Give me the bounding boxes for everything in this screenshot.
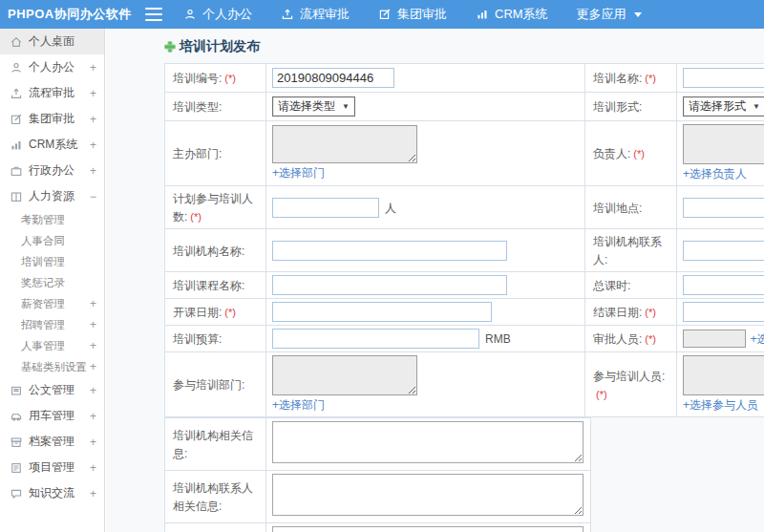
upload-icon bbox=[10, 87, 23, 100]
budget-input[interactable] bbox=[272, 329, 479, 349]
label-leader: 负责人: bbox=[593, 147, 630, 160]
sidebar-item-group-approval[interactable]: 集团审批 + bbox=[0, 106, 104, 132]
car-icon bbox=[10, 410, 23, 423]
label-org-contact: 培训机构联系人: bbox=[593, 235, 662, 266]
sidebar-subitem-attendance[interactable]: 考勤管理 bbox=[0, 209, 104, 230]
label-plan-count: 计划参与培训人数: bbox=[173, 192, 253, 223]
main-content: 培训计划发布 培训编号:(*) 培训名称:(*) 培训类型: 请选择类型▼ 培训… bbox=[106, 29, 764, 532]
requirement-textarea[interactable] bbox=[272, 526, 584, 532]
sidebar-item-knowledge[interactable]: 知识交流 + bbox=[0, 480, 104, 506]
sidebar-item-workflow-approval[interactable]: 流程审批 + bbox=[0, 80, 104, 106]
sidebar-item-document[interactable]: 公文管理 + bbox=[0, 377, 104, 403]
chart-icon bbox=[476, 8, 489, 21]
label-start-date: 开课日期: bbox=[173, 306, 222, 319]
sidebar-subitem-personnel[interactable]: 人事管理 + bbox=[0, 335, 104, 356]
sidebar-subitem-rewards[interactable]: 奖惩记录 bbox=[0, 272, 104, 293]
nav-crm[interactable]: CRM系统 bbox=[476, 6, 548, 23]
unit-currency: RMB bbox=[485, 332, 511, 346]
train-name-input[interactable] bbox=[683, 68, 764, 88]
choose-join-dept-link[interactable]: +选择部门 bbox=[272, 397, 325, 414]
course-name-input[interactable] bbox=[272, 275, 507, 295]
label-org-info: 培训机构相关信息: bbox=[173, 429, 253, 460]
sidebar-item-personal-desktop[interactable]: 个人桌面 bbox=[0, 29, 104, 54]
chat-icon bbox=[10, 487, 23, 500]
sidebar-subitem-recruitment[interactable]: 招聘管理 + bbox=[0, 314, 104, 335]
end-date-input[interactable] bbox=[683, 302, 764, 322]
chart-icon bbox=[10, 138, 23, 152]
document-icon bbox=[10, 384, 23, 397]
train-no-input[interactable] bbox=[272, 68, 394, 88]
label-course-name: 培训课程名称: bbox=[173, 279, 244, 292]
org-info-textarea[interactable] bbox=[272, 421, 584, 463]
required-mark: (*) bbox=[633, 148, 645, 160]
label-train-name: 培训名称: bbox=[593, 72, 642, 85]
briefcase-icon bbox=[10, 164, 23, 178]
nav-group-approval[interactable]: 集团审批 bbox=[378, 6, 447, 23]
edit-icon bbox=[378, 8, 392, 21]
sidebar: 个人桌面 个人办公 + 流程审批 + 集团审批 + CRM系统 + 行政办公 +… bbox=[0, 29, 105, 532]
user-icon bbox=[183, 8, 197, 21]
org-contact-input[interactable] bbox=[683, 241, 764, 261]
nav-personal-office[interactable]: 个人办公 bbox=[183, 6, 252, 23]
join-depts-textarea[interactable] bbox=[272, 355, 417, 395]
choose-join-people-link[interactable]: +选择参与人员 bbox=[683, 397, 758, 414]
top-navigation: 个人办公 流程审批 集团审批 CRM系统 更多应用 bbox=[183, 6, 642, 23]
join-people-textarea[interactable] bbox=[683, 355, 764, 395]
sidebar-subitem-hr-contract[interactable]: 人事合同 bbox=[0, 230, 104, 251]
required-mark: (*) bbox=[645, 307, 656, 318]
label-org-contact-info: 培训机构联系人相关信息: bbox=[173, 481, 253, 513]
label-budget: 培训预算: bbox=[173, 332, 222, 346]
required-mark: (*) bbox=[190, 211, 202, 223]
label-join-people: 参与培训人员: bbox=[593, 370, 665, 383]
training-plan-form: 培训编号:(*) 培训名称:(*) 培训类型: 请选择类型▼ 培训形式: 请选择… bbox=[164, 63, 764, 532]
edit-icon bbox=[10, 113, 23, 126]
org-contact-info-textarea[interactable] bbox=[272, 474, 584, 516]
start-date-input[interactable] bbox=[272, 302, 492, 322]
required-mark: (*) bbox=[224, 307, 236, 318]
sidebar-item-hr[interactable]: 人力资源 − bbox=[0, 183, 104, 209]
menu-icon[interactable] bbox=[145, 8, 162, 21]
plan-count-input[interactable] bbox=[272, 198, 379, 218]
nav-workflow-approval[interactable]: 流程审批 bbox=[281, 6, 350, 23]
user-icon bbox=[10, 61, 23, 74]
sidebar-item-project[interactable]: 项目管理 + bbox=[0, 455, 104, 480]
label-location: 培训地点: bbox=[593, 202, 642, 215]
sidebar-item-archive[interactable]: 档案管理 + bbox=[0, 429, 104, 455]
label-end-date: 结课日期: bbox=[593, 306, 642, 319]
sidebar-item-personal-office[interactable]: 个人办公 + bbox=[0, 54, 104, 80]
sidebar-subitem-training[interactable]: 培训管理 bbox=[0, 251, 104, 272]
approver-input[interactable] bbox=[683, 330, 746, 348]
sidebar-item-crm[interactable]: CRM系统 + bbox=[0, 132, 104, 158]
sidebar-subitem-salary[interactable]: 薪资管理 + bbox=[0, 293, 104, 314]
train-form-select[interactable]: 请选择形式▼ bbox=[683, 96, 764, 117]
sidebar-item-vehicle[interactable]: 用车管理 + bbox=[0, 403, 104, 429]
archive-icon bbox=[10, 436, 23, 449]
choose-dept-link[interactable]: +选择部门 bbox=[272, 165, 325, 181]
label-train-form: 培训形式: bbox=[593, 100, 642, 114]
choose-approver-link[interactable]: +选择审批人员 bbox=[750, 331, 764, 348]
train-type-select[interactable]: 请选择类型▼ bbox=[272, 96, 355, 117]
label-train-no: 培训编号: bbox=[173, 72, 222, 85]
app-logo: PHPOA协同办公软件 bbox=[8, 6, 139, 23]
location-input[interactable] bbox=[683, 198, 764, 218]
required-mark: (*) bbox=[645, 333, 656, 345]
topbar: PHPOA协同办公软件 个人办公 流程审批 集团审批 CRM系统 更多应用 bbox=[0, 0, 764, 29]
choose-leader-link[interactable]: +选择负责人 bbox=[683, 166, 747, 182]
unit-person: 人 bbox=[385, 202, 396, 215]
book-icon bbox=[10, 190, 23, 203]
sidebar-subitem-base-category[interactable]: 基础类别设置 + bbox=[0, 356, 104, 377]
home-icon bbox=[10, 35, 23, 49]
nav-more-apps[interactable]: 更多应用 bbox=[577, 6, 642, 23]
upload-icon bbox=[281, 8, 294, 21]
select-arrow-icon: ▼ bbox=[342, 102, 350, 111]
caret-down-icon bbox=[634, 12, 642, 17]
leader-textarea[interactable] bbox=[683, 124, 764, 164]
label-host-dept: 主办部门: bbox=[173, 147, 222, 160]
sidebar-item-admin-office[interactable]: 行政办公 + bbox=[0, 158, 104, 183]
select-arrow-icon: ▼ bbox=[753, 102, 760, 111]
total-hours-input[interactable] bbox=[683, 275, 764, 295]
page-title: 培训计划发布 bbox=[164, 29, 764, 63]
host-dept-textarea[interactable] bbox=[272, 125, 417, 163]
org-name-input[interactable] bbox=[272, 241, 507, 261]
required-mark: (*) bbox=[224, 73, 236, 84]
